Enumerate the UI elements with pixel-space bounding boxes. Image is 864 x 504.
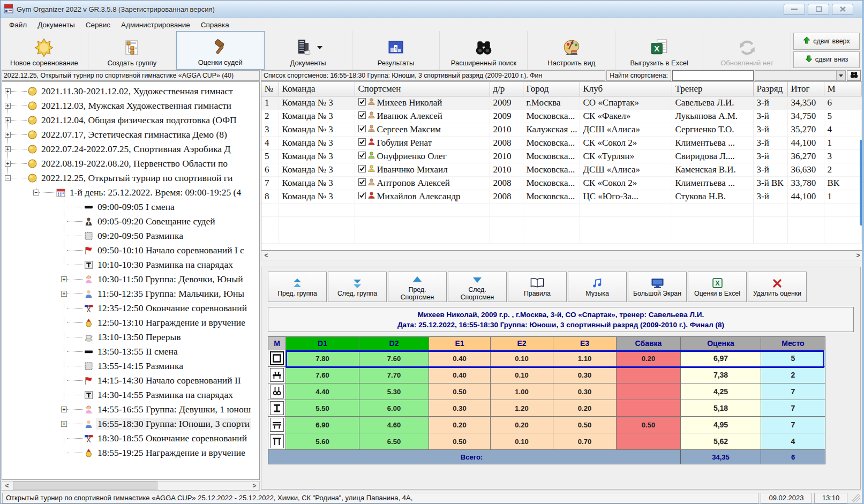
tree-item-label[interactable]: 11:50-12:35 Группа: Мальчики, Юны <box>96 288 246 299</box>
athlete-checkbox-icon[interactable] <box>358 178 366 189</box>
athlete-field[interactable]: Команда № 3 <box>279 149 355 163</box>
score-cell[interactable]: 0.30 <box>553 383 617 400</box>
tree-item-label[interactable]: 09:00-09:05 I смена <box>96 201 176 213</box>
score-cell[interactable]: 7 <box>761 400 825 417</box>
score-cell[interactable]: 7 <box>761 417 825 433</box>
athlete-field[interactable]: 2 <box>261 109 279 123</box>
athlete-row[interactable]: 4Команда № 3Гобулия Ренат2008Московска..… <box>261 136 861 149</box>
score-row[interactable]: 4.405.300.501.000.304,257 <box>268 383 825 400</box>
athlete-field[interactable]: Свиридова Л.... <box>672 149 753 163</box>
athlete-name[interactable]: Иванчнко Михаил <box>377 164 448 175</box>
athletes-column-header[interactable]: Город <box>523 82 580 96</box>
menu-file[interactable]: Файл <box>4 19 32 31</box>
athletes-column-header[interactable]: Разряд <box>753 82 787 96</box>
athlete-field[interactable]: 6 <box>261 163 279 176</box>
tree-item[interactable]: +2021.12.03, Мужская Художественная гимн… <box>2 99 259 113</box>
score-cell[interactable]: 0.20 <box>553 400 617 417</box>
athlete-field[interactable]: ДСШ «Алиса» <box>580 163 672 176</box>
scroll-right-icon[interactable]: > <box>250 482 259 490</box>
score-row[interactable]: 7.607.700.400.100.307,382 <box>268 367 825 383</box>
athlete-row[interactable]: 2Команда № 3Иванюк Алексей2009Московска.… <box>261 109 861 123</box>
athlete-field[interactable]: 33,780 <box>787 176 824 190</box>
athlete-field[interactable]: 1 <box>824 190 861 203</box>
tree-item[interactable]: +2021.11.30-2021.12.02, Художественная г… <box>2 84 259 99</box>
tree-item-label[interactable]: 2022.08.19-2022.08.20, Первенство Област… <box>40 158 229 169</box>
athlete-field[interactable]: 36,270 <box>787 149 824 163</box>
score-cell[interactable]: 0.20 <box>429 417 491 433</box>
athlete-field[interactable]: 34,350 <box>787 96 824 109</box>
tree-item[interactable]: 18:55-19:25 Награждение и вручение <box>2 446 259 460</box>
athlete-field[interactable]: ДСШ «Алиса» <box>580 123 672 136</box>
athlete-field[interactable]: Московска... <box>523 109 580 123</box>
tree-item[interactable]: 13:10-13:50 Перерыв <box>2 330 259 344</box>
athlete-field[interactable]: ЦС «Юго-За... <box>580 190 672 203</box>
score-cell[interactable]: 4,95 <box>681 417 761 433</box>
athlete-checkbox-icon[interactable] <box>358 97 366 108</box>
results-button[interactable]: 1 Результаты <box>352 31 440 70</box>
athlete-field[interactable]: 3-й <box>753 190 787 203</box>
shift-down-button[interactable]: сдвиг вниз <box>793 51 860 69</box>
athlete-field[interactable]: Команда № 3 <box>279 190 355 203</box>
advanced-search-button[interactable]: Расширенный поиск <box>440 31 528 70</box>
tree-item[interactable]: +2022.07.17, Эстетическая гимнастика Дем… <box>2 127 259 142</box>
athlete-field[interactable]: Московска... <box>523 190 580 203</box>
athlete-field[interactable]: 4 <box>261 136 279 149</box>
athlete-field[interactable]: 34,750 <box>787 109 824 123</box>
athlete-field[interactable]: СК «Факел» <box>580 109 672 123</box>
score-cell[interactable]: 5,18 <box>681 400 761 417</box>
athlete-name[interactable]: Михеев Николай <box>377 97 442 108</box>
tree-item[interactable]: −2022.12.25, Открытый турнир по спортивн… <box>2 171 259 185</box>
score-cell[interactable] <box>617 433 681 450</box>
athlete-field[interactable]: Каменская В.И. <box>672 163 753 176</box>
tree-item[interactable]: 10:10-10:30 Разминка на снарядах <box>2 258 259 272</box>
athlete-row[interactable]: 6Команда № 3Иванчнко Михаил2010Московска… <box>261 163 861 176</box>
athlete-cell[interactable]: Онуфриенко Олег <box>355 149 490 163</box>
tree-item-label[interactable]: 10:30-11:50 Группа: Девочки, Юный <box>96 274 245 285</box>
tree-item-label[interactable]: 2021.11.30-2021.12.02, Художественная ги… <box>40 86 235 97</box>
tree-item[interactable]: +10:30-11:50 Группа: Девочки, Юный <box>2 272 259 287</box>
athlete-field[interactable]: Московска... <box>523 136 580 149</box>
big-screen-button[interactable]: Большой Экран <box>628 272 687 302</box>
athletes-column-header[interactable]: М <box>824 82 861 96</box>
expand-plus-icon[interactable]: + <box>5 146 11 152</box>
apparatus-cell[interactable] <box>268 433 286 450</box>
athlete-field[interactable]: 2008 <box>490 190 523 203</box>
athlete-checkbox-icon[interactable] <box>358 164 366 175</box>
close-button[interactable] <box>832 4 853 15</box>
customize-view-button[interactable]: Настроить вид <box>528 31 615 70</box>
athlete-name[interactable]: Антропов Алексей <box>377 178 450 189</box>
athlete-field[interactable]: Савельева Л.И. <box>672 96 753 109</box>
score-cell[interactable]: 5.60 <box>286 433 359 450</box>
score-cell[interactable]: 5.30 <box>359 383 429 400</box>
score-cell[interactable]: 4 <box>761 433 825 450</box>
tree-item[interactable]: 13:50-13:55 II смена <box>2 344 259 359</box>
create-group-button[interactable]: Создать группу <box>88 31 176 70</box>
expand-plus-icon[interactable]: + <box>61 291 67 297</box>
athlete-field[interactable]: Стукова Н.В. <box>672 190 753 203</box>
score-cell[interactable]: 5.50 <box>286 400 359 417</box>
tree-item-label[interactable]: 2022.12.25, Открытый турнир по спортивно… <box>40 172 234 184</box>
athlete-cell[interactable]: Гобулия Ренат <box>355 136 490 149</box>
tree-item-label[interactable]: 18:55-19:25 Награждение и вручение <box>96 447 247 458</box>
tree-item[interactable]: 14:15-14:30 Начало соревнований II <box>2 373 259 388</box>
athlete-field[interactable]: Московска... <box>523 163 580 176</box>
menu-documents[interactable]: Документы <box>32 19 80 31</box>
delete-scores-button[interactable]: Удалить оценки <box>748 272 807 302</box>
combo-dropdown-arrow-icon[interactable] <box>836 71 845 80</box>
shift-up-button[interactable]: сдвиг вверх <box>793 33 860 50</box>
tree-item-label[interactable]: 2021.12.04, Общая физическая подготовка … <box>40 115 238 126</box>
tree-item[interactable]: 09:05-09:20 Совещание судей <box>2 214 259 229</box>
athlete-field[interactable]: 6 <box>824 96 861 109</box>
expand-plus-icon[interactable]: + <box>5 161 11 167</box>
expand-plus-icon[interactable]: + <box>5 117 11 123</box>
scroll-right-icon[interactable]: > <box>853 251 863 260</box>
documents-button[interactable]: Документы <box>265 31 352 70</box>
athlete-field[interactable]: СК «Сокол 2» <box>580 176 672 190</box>
score-cell[interactable]: 6.00 <box>359 400 429 417</box>
athlete-field[interactable]: Калужская ... <box>523 123 580 136</box>
athlete-field[interactable]: СК «Сокол 2» <box>580 136 672 149</box>
athletes-column-header[interactable]: Клуб <box>580 82 672 96</box>
athlete-field[interactable]: 2008 <box>490 176 523 190</box>
tree-item-label[interactable]: 1-й день: 25.12.2022. Время: 09:00-19:25… <box>68 187 243 198</box>
athlete-checkbox-icon[interactable] <box>358 191 366 202</box>
